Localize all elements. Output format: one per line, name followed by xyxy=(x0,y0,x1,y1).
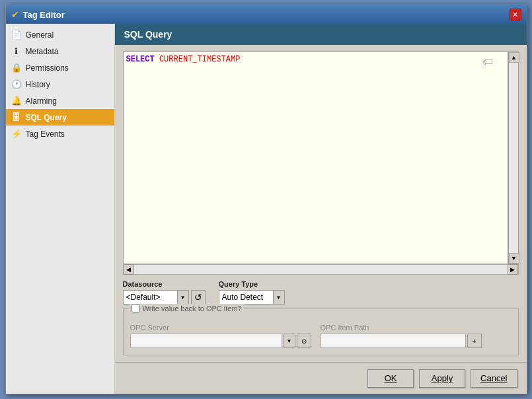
history-icon: 🕐 xyxy=(11,79,22,89)
editor-with-scrollbar: SELECT CURRENT_TIMESTAMP 🏷 ▲ ▼ xyxy=(123,52,519,264)
editor-vscroll: ▲ ▼ xyxy=(508,52,519,264)
sidebar-item-label: Tag Events xyxy=(26,129,65,139)
tag-icon: 🏷 xyxy=(482,56,493,69)
vscroll-track xyxy=(509,63,518,253)
datasource-group: Datasource <Default> ▼ ↺ xyxy=(123,280,206,305)
permissions-icon: 🔒 xyxy=(11,63,22,73)
controls-row: Datasource <Default> ▼ ↺ Qu xyxy=(123,280,519,305)
sql-function: CURRENT_TIMESTAMP xyxy=(155,55,241,64)
sidebar-item-tag-events[interactable]: ⚡ Tag Events xyxy=(6,126,114,142)
query-type-label: Query Type xyxy=(219,280,285,288)
opc-server-input[interactable] xyxy=(130,334,282,348)
sql-query-icon: 🗄 xyxy=(11,112,22,122)
sidebar-item-metadata[interactable]: ℹ Metadata xyxy=(6,43,114,59)
tag-events-icon: ⚡ xyxy=(11,129,22,139)
opc-server-dropdown-arrow[interactable]: ▼ xyxy=(284,334,295,348)
datasource-select-wrapper: <Default> ▼ xyxy=(123,290,189,305)
main-content: SQL Query SELECT CURRENT_TIMESTAMP 🏷 xyxy=(115,24,527,394)
vscroll-down-button[interactable]: ▼ xyxy=(509,253,519,264)
sql-hscroll: ◀ ▶ xyxy=(123,264,519,275)
ok-label: OK xyxy=(385,373,397,383)
query-type-group: Query Type Auto Detect Select Update ▼ xyxy=(219,280,285,305)
datasource-control-row: <Default> ▼ ↺ xyxy=(123,290,206,305)
hscroll-track xyxy=(134,265,508,274)
apply-label: Apply xyxy=(432,373,453,383)
sql-editor[interactable]: SELECT CURRENT_TIMESTAMP 🏷 xyxy=(123,52,508,264)
opc-server-label: OPC Server xyxy=(130,324,311,332)
sidebar-item-label: History xyxy=(26,80,50,89)
query-type-select-wrapper: Auto Detect Select Update ▼ xyxy=(219,290,285,305)
cancel-label: Cancel xyxy=(480,373,507,383)
window-title: Tag Editor xyxy=(23,10,65,20)
query-type-select[interactable]: Auto Detect Select Update xyxy=(219,290,285,305)
sidebar-item-alarming[interactable]: 🔔 Alarming xyxy=(6,92,114,109)
cancel-button[interactable]: Cancel xyxy=(471,369,517,388)
sql-keyword: SELECT xyxy=(126,55,155,64)
vscroll-up-button[interactable]: ▲ xyxy=(509,52,519,63)
sidebar-item-label: Metadata xyxy=(26,47,59,56)
footer: OK Apply Cancel xyxy=(115,362,527,394)
sidebar-item-label: General xyxy=(26,30,54,40)
hscroll-left-button[interactable]: ◀ xyxy=(124,264,134,275)
sidebar: 📄 General ℹ Metadata 🔒 Permissions 🕐 His… xyxy=(6,24,115,394)
ok-button[interactable]: OK xyxy=(367,369,414,388)
opc-server-group: OPC Server ▼ ⊙ xyxy=(130,324,311,348)
hscroll-right-button[interactable]: ▶ xyxy=(508,264,518,275)
title-icon: ✔ xyxy=(11,9,19,20)
sidebar-item-label: Alarming xyxy=(26,96,57,106)
panel-body: SELECT CURRENT_TIMESTAMP 🏷 ▲ ▼ xyxy=(115,45,527,362)
datasource-refresh-button[interactable]: ↺ xyxy=(191,290,206,305)
apply-button[interactable]: Apply xyxy=(419,369,465,388)
metadata-icon: ℹ xyxy=(11,46,22,56)
write-back-checkbox-row: Write value back to OPC item? xyxy=(129,304,245,312)
opc-server-input-row: ▼ ⊙ xyxy=(130,334,311,348)
opc-item-path-input[interactable] xyxy=(321,334,466,348)
title-bar: ✔ Tag Editor ✕ xyxy=(6,5,527,24)
opc-item-path-group: OPC Item Path + xyxy=(321,324,482,348)
datasource-select[interactable]: <Default> xyxy=(123,290,189,305)
opc-item-path-add-button[interactable]: + xyxy=(467,334,482,348)
datasource-label: Datasource xyxy=(123,280,206,288)
sidebar-item-general[interactable]: 📄 General xyxy=(6,26,114,43)
opc-fields-row: OPC Server ▼ ⊙ OPC Item Path + xyxy=(130,324,512,348)
panel-header: SQL Query xyxy=(115,24,527,45)
opc-item-path-input-row: + xyxy=(321,334,482,348)
opc-item-path-label: OPC Item Path xyxy=(321,324,482,332)
opc-server-browse-button[interactable]: ⊙ xyxy=(297,334,311,348)
sidebar-item-history[interactable]: 🕐 History xyxy=(6,76,114,92)
query-type-control-row: Auto Detect Select Update ▼ xyxy=(219,290,285,305)
sidebar-item-label: Permissions xyxy=(26,63,69,73)
sidebar-item-sql-query[interactable]: 🗄 SQL Query xyxy=(6,109,114,126)
tag-editor-window: ✔ Tag Editor ✕ 📄 General ℹ Metadata 🔒 Pe… xyxy=(5,5,527,394)
sidebar-item-label: SQL Query xyxy=(26,113,67,122)
general-icon: 📄 xyxy=(11,30,22,40)
write-back-group: Write value back to OPC item? OPC Server… xyxy=(123,308,519,355)
sidebar-item-permissions[interactable]: 🔒 Permissions xyxy=(6,59,114,76)
sql-line: SELECT CURRENT_TIMESTAMP xyxy=(126,55,505,65)
sql-editor-wrapper: SELECT CURRENT_TIMESTAMP 🏷 ▲ ▼ xyxy=(123,52,519,275)
alarming-icon: 🔔 xyxy=(11,96,22,106)
window-body: 📄 General ℹ Metadata 🔒 Permissions 🕐 His… xyxy=(6,24,527,394)
write-back-checkbox[interactable] xyxy=(132,304,140,312)
write-back-label: Write value back to OPC item? xyxy=(143,305,242,312)
close-button[interactable]: ✕ xyxy=(510,9,521,20)
